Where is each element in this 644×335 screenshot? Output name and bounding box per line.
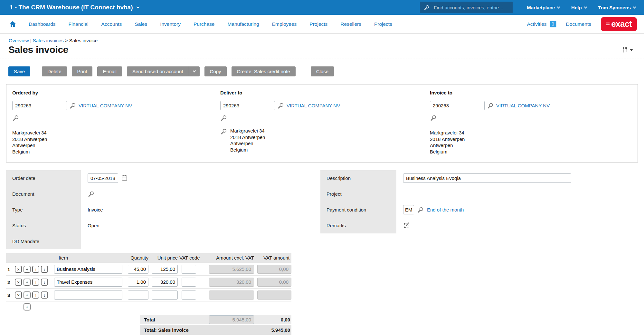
move-row-up-icon[interactable]: ↑ (32, 279, 39, 286)
unit-price-input[interactable] (152, 265, 178, 274)
nav-item-purchase[interactable]: Purchase (194, 21, 214, 27)
invoice-to-account-link[interactable]: VIRTUAL COMPANY NV (496, 103, 550, 108)
payment-condition-link[interactable]: End of the month (427, 207, 464, 212)
nav-item-projects-2[interactable]: Projects (374, 21, 392, 27)
party-title: Deliver to (220, 90, 340, 95)
delete-button[interactable]: Delete (42, 66, 67, 76)
payment-condition-search-icon[interactable] (417, 206, 424, 213)
address-search-icon[interactable] (220, 128, 227, 135)
nav-item-projects[interactable]: Projects (309, 21, 327, 27)
move-row-up-icon[interactable]: ↑ (32, 266, 39, 273)
copy-button[interactable]: Copy (204, 66, 227, 76)
delete-row-icon[interactable]: × (15, 291, 22, 299)
contact-search-icon[interactable] (12, 114, 19, 122)
chevron-down-icon (557, 5, 560, 8)
unit-price-input[interactable] (152, 291, 178, 300)
vat-code-input[interactable] (182, 291, 196, 300)
move-row-down-icon[interactable]: ↓ (41, 291, 48, 299)
item-input[interactable] (54, 265, 122, 274)
order-date-input[interactable] (88, 173, 118, 183)
email-button[interactable]: E-mail (97, 66, 122, 76)
account-search-icon[interactable] (277, 102, 284, 109)
invoice-to-code-input[interactable] (430, 101, 485, 110)
account-search-icon[interactable] (69, 102, 76, 109)
unit-price-input[interactable] (152, 278, 178, 287)
move-row-up-icon[interactable]: ↑ (32, 291, 39, 299)
add-row-icon[interactable]: + (24, 303, 31, 310)
breadcrumb-overview[interactable]: Overview (9, 38, 29, 43)
document-search-icon[interactable] (88, 191, 95, 198)
nav-item-inventory[interactable]: Inventory (160, 21, 181, 27)
move-row-down-icon[interactable]: ↓ (41, 279, 48, 286)
marketplace-label: Marketplace (527, 5, 555, 10)
payment-condition-input[interactable] (403, 205, 414, 214)
invoice-to-address: Markgravelei 34 2018 Antwerpen Antwerpen… (430, 130, 550, 155)
type-value: Invoice (88, 207, 103, 212)
item-input[interactable] (54, 278, 122, 287)
contact-search-icon[interactable] (430, 114, 437, 122)
nav-item-sales[interactable]: Sales (135, 21, 147, 27)
deliver-to-code-input[interactable] (220, 101, 275, 110)
invoice-lines-table: Item Quantity Unit price VAT code Amount… (6, 253, 291, 335)
delete-row-icon[interactable]: × (15, 279, 22, 286)
marketplace-menu[interactable]: Marketplace (527, 5, 560, 10)
print-button[interactable]: Print (72, 66, 93, 76)
insert-row-icon[interactable]: + (24, 291, 31, 299)
item-input[interactable] (54, 291, 122, 300)
insert-row-icon[interactable]: + (24, 266, 31, 273)
home-button[interactable] (9, 20, 16, 28)
quantity-input[interactable] (128, 265, 148, 274)
company-switcher[interactable]: 1 - The CRM Warehouse (IT Connect bvba) (10, 4, 139, 11)
chevron-down-icon (193, 69, 196, 73)
payment-condition-label: Payment condition (320, 202, 396, 218)
nav-item-dashboards[interactable]: Dashboards (29, 21, 56, 27)
move-row-down-icon[interactable]: ↓ (41, 266, 48, 273)
nav-item-employees[interactable]: Employees (272, 21, 297, 27)
deliver-to-account-link[interactable]: VIRTUAL COMPANY NV (287, 103, 340, 108)
create-credit-note-button[interactable]: Create: Sales credit note (232, 66, 296, 76)
send-options-dropdown-button[interactable] (189, 66, 200, 76)
account-search-icon[interactable] (487, 102, 494, 109)
contact-search-icon[interactable] (220, 114, 227, 122)
send-split-button: Send based on account (127, 66, 200, 76)
ordered-by-code-input[interactable] (12, 101, 67, 110)
page-settings-button[interactable] (621, 46, 633, 53)
nav-item-resellers[interactable]: Resellers (340, 21, 361, 27)
delete-row-icon[interactable]: × (15, 266, 22, 273)
remarks-edit-icon[interactable] (403, 222, 410, 230)
nav-item-manufacturing[interactable]: Manufacturing (227, 21, 259, 27)
documents-link[interactable]: Documents (566, 21, 591, 27)
search-input[interactable] (433, 5, 509, 11)
close-button[interactable]: Close (311, 66, 334, 76)
send-based-on-account-button[interactable]: Send based on account (127, 66, 189, 76)
help-menu[interactable]: Help (571, 5, 587, 10)
user-menu[interactable]: Tom Symoens (598, 5, 636, 10)
search-icon (424, 5, 430, 11)
party-deliver-to: Deliver to VIRTUAL COMPANY NV Markgravel… (220, 90, 340, 153)
status-value: Open (88, 223, 99, 228)
header-vat-code: VAT code (177, 253, 202, 263)
global-search[interactable] (420, 2, 513, 13)
description-input[interactable] (403, 173, 571, 183)
insert-row-icon[interactable]: + (24, 279, 31, 286)
address-line: Antwerpen (230, 140, 265, 147)
vat-code-input[interactable] (182, 278, 196, 287)
exact-logo[interactable]: = exact (601, 17, 637, 31)
ordered-by-account-link[interactable]: VIRTUAL COMPANY NV (79, 103, 132, 108)
exact-logo-equals: = (606, 20, 610, 28)
save-button[interactable]: Save (8, 66, 30, 76)
activities-link[interactable]: Activities 1 (527, 21, 556, 27)
vat-code-input[interactable] (182, 265, 196, 274)
quantity-input[interactable] (128, 278, 148, 287)
nav-item-financial[interactable]: Financial (69, 21, 89, 27)
action-toolbar: Save Delete Print E-mail Send based on a… (8, 66, 644, 76)
address-line: 2018 Antwerpen (430, 136, 550, 143)
calendar-icon[interactable] (121, 174, 128, 182)
page-title: Sales invoice (8, 44, 68, 55)
status-label: Status (6, 218, 81, 233)
user-name: Tom Symoens (598, 5, 631, 10)
nav-item-accounts[interactable]: Accounts (101, 21, 122, 27)
breadcrumb-sales-invoices[interactable]: Sales invoices (33, 38, 64, 43)
quantity-input[interactable] (128, 291, 148, 300)
address-line: Belgium (430, 149, 550, 155)
